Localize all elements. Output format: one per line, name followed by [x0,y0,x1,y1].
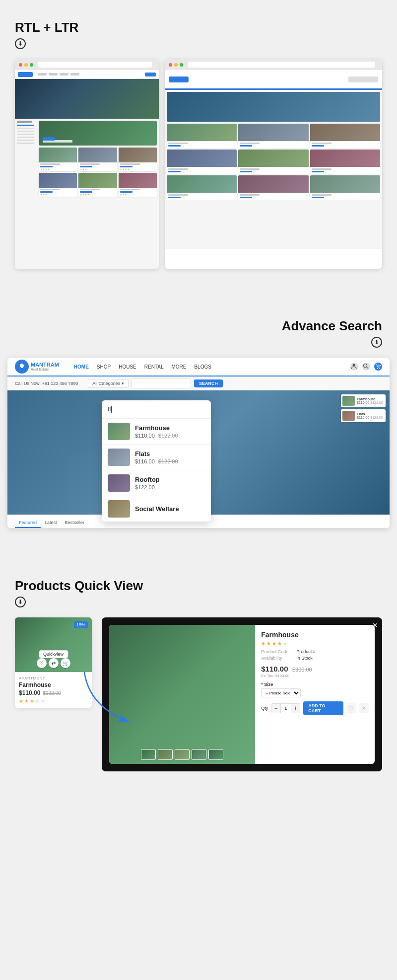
ltr-card-img-6 [119,173,157,188]
modal-thumb-2[interactable] [158,749,173,760]
modal-inner: Farmhouse ★ ★ ★ ★ ★ Product Code Product… [109,625,375,764]
modal-thumb-5[interactable] [208,749,223,760]
ltr-grid [39,148,157,197]
user-icon[interactable] [350,363,358,371]
search-input-group[interactable]: All Categories ▾ SEARCH [88,378,223,388]
dropdown-price-farmhouse: $110.00 $122.00 [135,433,205,439]
side-product-price-1: $110.00 $122.00 [357,401,384,404]
modal-thumb-1[interactable] [141,749,156,760]
nav-link-house[interactable]: HOUSE [119,364,136,370]
ss-star [85,168,87,170]
rtl-price-1 [168,145,181,147]
nav-link-rental[interactable]: RENTAL [144,364,164,370]
rtl-card-2 [238,124,308,148]
ltr-sidebar-item-7 [17,143,34,144]
quickview-btn[interactable]: Quickview [39,650,68,658]
modal-thumb-3[interactable] [175,749,190,760]
modal-thumb-4[interactable] [192,749,206,760]
ltr-hero-btn [43,137,55,141]
rtl-title-8 [240,194,260,196]
dropdown-item-social[interactable]: Social Welfare [102,496,211,522]
browser-address-right [188,62,375,68]
dropdown-item-rooftop[interactable]: Rooftop $122.00 [102,470,211,496]
wishlist-btn[interactable]: ♡ [37,658,47,668]
search-text-input[interactable] [132,378,191,388]
ltr-nav-links [38,73,79,75]
ltr-nav-link-2 [49,73,58,75]
ltr-card-price-2 [80,166,92,167]
ss-star [125,194,127,196]
compare-btn[interactable]: ⇄ [49,658,59,668]
tab-latest[interactable]: Latest [41,518,61,528]
dropdown-price-flats: $116.00 $122.00 [135,458,205,464]
nav-link-more[interactable]: MORE [171,364,186,370]
search-dropdown-input[interactable]: fl [102,400,211,419]
ltr-sidebar-item-4 [17,134,34,135]
modal-close-btn[interactable]: ✕ [372,621,378,629]
search-button[interactable]: SEARCH [194,379,223,387]
product-card-image: 15% ♡ ⇄ 🛒 Quickview [15,617,92,672]
nav-link-home[interactable]: HOME [74,364,89,370]
advance-search-screenshot: MANTRAM Real Estate HOME SHOP HOUSE RENT… [7,358,390,528]
tab-bestseller[interactable]: Bestseller [61,518,89,528]
modal-qty-stepper[interactable]: − 1 + [271,703,300,713]
rtl-card-8 [238,175,308,200]
modal-qty-row: Qty − 1 + ADD TO CART ♡ ✕ [261,701,369,715]
modal-size-select[interactable]: -- Please Select -- [261,688,301,697]
product-price-old: $122.00 [43,690,61,696]
site-logo-sub: Real Estate [31,368,59,371]
rtl-card-body-9 [310,193,380,200]
ss-star [82,168,84,170]
dropdown-info-farmhouse: Farmhouse $110.00 $122.00 [135,424,205,439]
rtl-download-icon: ⬇ [15,38,26,49]
rtl-card-body-2 [238,141,308,148]
rtl-card-1 [167,124,237,148]
rtl-price-5 [240,171,252,172]
dropdown-item-flats[interactable]: Flats $116.00 $122.00 [102,445,211,470]
qty-value: 1 [280,704,291,713]
rtl-logo [169,76,189,82]
star-1: ★ [19,698,23,704]
tab-featured[interactable]: Featured [15,518,41,528]
side-product-info-1: Farmhouse $110.00 $122.00 [357,397,384,404]
modal-wishlist-btn[interactable]: ♡ [346,703,356,713]
ltr-sidebar-title [17,121,32,123]
rtl-hero [167,92,380,122]
section-quick-view: Products Quick View ⬇ 15% ♡ ⇄ 🛒 Quickvie… [0,558,397,791]
ss-star [85,194,87,196]
rtl-screenshots-container [15,59,382,269]
search-icon-nav[interactable] [362,363,370,371]
ltr-nav-link-4 [70,73,79,75]
ltr-sidebar [17,121,37,197]
ss-star [87,194,89,196]
cart-btn[interactable]: 🛒 [61,658,70,668]
dropdown-info-social: Social Welfare [135,505,205,513]
rtl-card-5 [238,150,308,174]
qty-increase-btn[interactable]: + [291,704,300,713]
ltr-card-body-4 [39,188,77,197]
nav-link-shop[interactable]: SHOP [97,364,111,370]
browser-dot-green-r [180,63,183,67]
ltr-main [39,121,157,197]
product-badge: 15% [74,621,88,628]
search-categories[interactable]: All Categories ▾ [88,379,129,388]
ltr-nav-link-3 [60,73,68,75]
add-to-cart-btn[interactable]: ADD TO CART [303,701,343,715]
ltr-card-title-1 [40,163,60,165]
rtl-title-7 [168,194,188,196]
browser-dot-red [19,63,22,67]
modal-share-btn[interactable]: ✕ [359,703,369,713]
cart-icon-nav[interactable] [374,363,382,371]
cursor [111,406,112,413]
nav-link-blogs[interactable]: BLOGS [194,364,211,370]
rtl-title-3 [312,143,331,144]
rtl-card-img-4 [167,150,237,167]
qty-decrease-btn[interactable]: − [271,704,280,713]
hero-area: Farmhouse $110.00 $122.00 Flats $116.00 … [7,390,390,515]
search-dropdown: fl Farmhouse $110.00 $122.00 [102,400,211,522]
modal-star-1: ★ [261,641,265,646]
dropdown-item-farmhouse[interactable]: Farmhouse $110.00 $122.00 [102,419,211,445]
side-product-name-1: Farmhouse [357,397,384,401]
ltr-card-title-2 [80,163,100,165]
rtl-card-9 [310,175,380,200]
